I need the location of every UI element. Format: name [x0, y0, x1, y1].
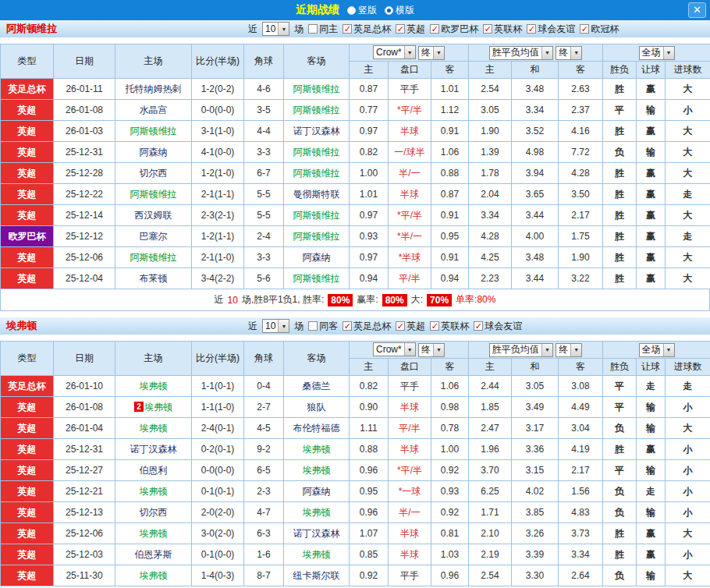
- filter-checkbox[interactable]: ✓欧冠杯: [580, 23, 619, 36]
- filter-checkbox[interactable]: ✓欧罗巴杯: [430, 23, 478, 36]
- eu-final-select[interactable]: 终▼: [556, 343, 582, 357]
- away-team[interactable]: 阿斯顿维拉: [284, 142, 350, 163]
- home-team[interactable]: 埃弗顿: [115, 418, 192, 439]
- corner-count: 5-5: [244, 184, 284, 205]
- home-team[interactable]: 西汉姆联: [115, 205, 192, 226]
- filter-checkbox[interactable]: ✓英超: [396, 320, 425, 333]
- bookmaker-select[interactable]: Crow*▼: [373, 342, 416, 356]
- team-name: 阿森纳: [303, 252, 331, 263]
- filter-checkbox[interactable]: ✓英联杯: [483, 23, 522, 36]
- away-team[interactable]: 狼队: [284, 397, 350, 418]
- match-score: 1-1(0-1): [192, 376, 244, 397]
- home-team[interactable]: 埃弗顿: [115, 565, 192, 586]
- team-name: 埃弗顿: [303, 549, 331, 560]
- home-team[interactable]: 布莱顿: [115, 268, 192, 289]
- team-name: 伯恩茅斯: [135, 549, 172, 560]
- away-team[interactable]: 诺丁汉森林: [284, 121, 350, 142]
- home-team[interactable]: 阿森纳: [115, 142, 192, 163]
- home-team[interactable]: 巴塞尔: [115, 226, 192, 247]
- away-team[interactable]: 阿斯顿维拉: [284, 205, 350, 226]
- team-name-heading: 阿斯顿维拉: [6, 22, 57, 36]
- away-team[interactable]: 阿森纳: [284, 481, 350, 502]
- checkbox-label: 球会友谊: [538, 23, 575, 36]
- eu-final-select[interactable]: 终▼: [556, 46, 582, 60]
- home-team[interactable]: 埃弗顿: [115, 376, 192, 397]
- home-team[interactable]: 切尔西: [115, 502, 192, 523]
- filter-checkbox[interactable]: ✓英超: [396, 23, 425, 36]
- filter-checkbox[interactable]: ✓球会友谊: [474, 320, 522, 333]
- filter-checkbox[interactable]: ✓英联杯: [430, 320, 469, 333]
- eu-avg-select[interactable]: 胜平负均值▼: [489, 343, 553, 357]
- handicap-result-text: 走: [637, 376, 666, 397]
- eu-avg-select[interactable]: 胜平负均值▼: [489, 46, 553, 60]
- eu-home-odds: 2.54: [469, 565, 512, 586]
- team-name: 切尔西: [140, 507, 168, 518]
- result-text: 负: [603, 481, 637, 502]
- away-team[interactable]: 阿森纳: [284, 247, 350, 268]
- home-team[interactable]: 托特纳姆热刺: [115, 79, 192, 100]
- match-score: 4-1(0-0): [192, 142, 244, 163]
- away-team[interactable]: 埃弗顿: [284, 502, 350, 523]
- home-team[interactable]: 2埃弗顿: [115, 397, 192, 418]
- team-section-aston-villa: 阿斯顿维拉 近 10 ▼ 场 同主✓英足总杯✓英超✓欧罗巴杯✓英联杯✓球会友谊✓…: [0, 20, 710, 311]
- home-team[interactable]: 埃弗顿: [115, 523, 192, 544]
- away-team[interactable]: 阿斯顿维拉: [284, 79, 350, 100]
- home-team[interactable]: 阿斯顿维拉: [115, 247, 192, 268]
- match-row: 英超26-01-03阿斯顿维拉3-1(1-0)4-4诺丁汉森林0.97半球0.9…: [1, 121, 710, 142]
- home-team[interactable]: 伯恩茅斯: [115, 544, 192, 565]
- ah-away-odds: 1.01: [431, 79, 469, 100]
- eu-home-odds: 4.28: [469, 226, 512, 247]
- match-row: 英超26-01-08水晶宫0-0(0-0)3-5阿斯顿维拉0.77*平/半1.1…: [1, 100, 710, 121]
- away-team[interactable]: 桑德兰: [284, 376, 350, 397]
- matches-table: 类型 日期 主场 比分(半场) 角球 客场 Crow*▼ 终▼ 胜平负均值▼ 终…: [0, 44, 710, 289]
- away-team[interactable]: 阿斯顿维拉: [284, 100, 350, 121]
- ah-final-select[interactable]: 终▼: [418, 343, 445, 357]
- radio-vertical-layout[interactable]: 竖版: [347, 4, 377, 17]
- filter-checkbox[interactable]: ✓英足总杯: [343, 23, 391, 36]
- filter-checkbox[interactable]: ✓球会友谊: [527, 23, 575, 36]
- filter-checkbox[interactable]: ✓英足总杯: [343, 320, 391, 333]
- home-team[interactable]: 阿斯顿维拉: [115, 184, 192, 205]
- away-team[interactable]: 诺丁汉森林: [284, 523, 350, 544]
- home-team[interactable]: 伯恩利: [115, 460, 192, 481]
- ah-home-odds: 1.01: [350, 184, 389, 205]
- away-team[interactable]: 阿斯顿维拉: [284, 268, 350, 289]
- radio-horizontal-layout[interactable]: 横版: [385, 4, 414, 17]
- checkbox-checked-icon: ✓: [396, 24, 405, 34]
- close-button[interactable]: ✕: [688, 2, 706, 18]
- handicap-result-text: 赢: [637, 268, 666, 289]
- home-team[interactable]: 阿斯顿维拉: [115, 121, 192, 142]
- bookmaker-select[interactable]: Crow*▼: [373, 45, 416, 59]
- away-team[interactable]: 埃弗顿: [284, 544, 350, 565]
- match-scope-select[interactable]: 全场▼: [639, 46, 675, 60]
- team-name: 曼彻斯特联: [293, 189, 340, 200]
- away-team[interactable]: 埃弗顿: [284, 460, 350, 481]
- eu-home-odds: 2.47: [469, 418, 512, 439]
- summary-record: 场,胜8平1负1, 胜率:: [242, 293, 324, 306]
- away-team[interactable]: 埃弗顿: [284, 439, 350, 460]
- recent-count-select[interactable]: 10 ▼: [262, 319, 289, 333]
- away-team[interactable]: 纽卡斯尔联: [284, 565, 350, 586]
- handicap-result-text: 输: [637, 565, 666, 586]
- eu-away-odds: 3.50: [559, 184, 603, 205]
- goals-result-text: 大: [666, 205, 710, 226]
- match-scope-select[interactable]: 全场▼: [639, 343, 675, 357]
- match-row: 英超25-12-22阿斯顿维拉2-1(1-1)5-5曼彻斯特联1.01半球0.8…: [1, 184, 710, 205]
- recent-count-select[interactable]: 10 ▼: [262, 22, 289, 36]
- chevron-down-icon: ▼: [570, 344, 581, 356]
- home-team[interactable]: 诺丁汉森林: [115, 439, 192, 460]
- chevron-down-icon: ▼: [663, 344, 674, 356]
- home-team[interactable]: 埃弗顿: [115, 481, 192, 502]
- filter-checkbox[interactable]: 同主: [308, 23, 338, 36]
- away-team[interactable]: 布伦特福德: [284, 418, 350, 439]
- checkbox-checked-icon: ✓: [343, 321, 352, 331]
- away-team[interactable]: 阿斯顿维拉: [284, 163, 350, 184]
- away-team[interactable]: 曼彻斯特联: [284, 184, 350, 205]
- away-team[interactable]: 阿斯顿维拉: [284, 226, 350, 247]
- league-badge: 英足总杯: [1, 376, 54, 397]
- filter-checkbox[interactable]: 同客: [308, 320, 338, 333]
- home-team[interactable]: 水晶宫: [115, 100, 192, 121]
- eu-draw-odds: 4.02: [512, 481, 559, 502]
- ah-final-select[interactable]: 终▼: [418, 46, 445, 60]
- home-team[interactable]: 切尔西: [115, 163, 192, 184]
